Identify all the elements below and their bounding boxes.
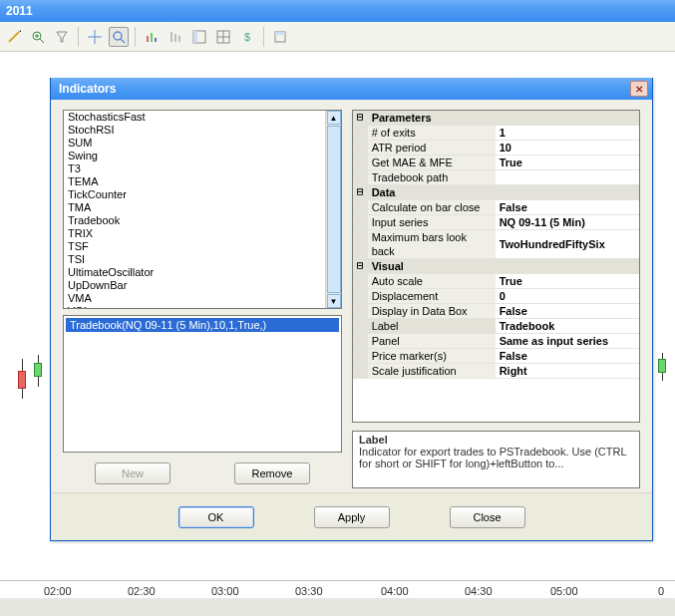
description-title: Label xyxy=(359,434,633,446)
property-value[interactable]: False xyxy=(496,200,639,215)
property-grid[interactable]: ⊟Parameters# of exits1ATR period10Get MA… xyxy=(352,110,640,423)
property-row[interactable]: Auto scaleTrue xyxy=(353,274,639,289)
property-row[interactable]: ATR period10 xyxy=(353,141,639,155)
xaxis-tick: 03:00 xyxy=(211,585,239,597)
xaxis-tick: 05:00 xyxy=(550,585,578,597)
list-item[interactable]: TRIX xyxy=(64,227,341,240)
scroll-down-icon[interactable]: ▼ xyxy=(327,294,341,308)
property-row[interactable]: Get MAE & MFETrue xyxy=(353,155,639,170)
list-item[interactable]: VOL xyxy=(64,305,341,309)
property-section[interactable]: ⊟Visual xyxy=(353,259,639,274)
property-key: Auto scale xyxy=(368,274,496,289)
property-row[interactable]: # of exits1 xyxy=(353,126,639,141)
property-row[interactable]: Input seriesNQ 09-11 (5 Min) xyxy=(353,215,639,230)
chart-type-icon[interactable] xyxy=(142,27,162,47)
scroll-up-icon[interactable]: ▲ xyxy=(327,111,341,125)
svg-rect-11 xyxy=(147,36,149,42)
list-item[interactable]: UltimateOscillator xyxy=(64,266,341,279)
property-row[interactable]: Tradebook path xyxy=(353,170,639,185)
property-row[interactable]: Scale justificationRight xyxy=(353,364,639,379)
applied-indicator-item[interactable]: Tradebook(NQ 09-11 (5 Min),10,1,True,) xyxy=(66,318,339,332)
app-title: 2011 xyxy=(6,4,33,18)
property-row[interactable]: PanelSame as input series xyxy=(353,334,639,349)
property-key: Scale justification xyxy=(368,364,496,379)
property-row[interactable]: Maximum bars look backTwoHundredFiftySix xyxy=(353,230,639,259)
xaxis-tick: 03:30 xyxy=(295,585,323,597)
indicator-list[interactable]: StochasticsFastStochRSISUMSwingT3TEMATic… xyxy=(63,110,342,309)
xaxis-tick: 04:30 xyxy=(465,585,493,597)
chart-grid-icon[interactable] xyxy=(213,27,233,47)
xaxis-tick: 02:00 xyxy=(44,585,72,597)
property-key: ATR period xyxy=(368,141,496,155)
pencil-icon[interactable] xyxy=(4,27,24,47)
property-value[interactable]: 0 xyxy=(496,289,639,304)
list-item[interactable]: UpDownBar xyxy=(64,279,341,292)
svg-text:$: $ xyxy=(244,31,250,43)
xaxis-tick: 02:30 xyxy=(128,585,156,597)
svg-rect-13 xyxy=(155,38,157,42)
property-section[interactable]: ⊟Parameters xyxy=(353,111,639,126)
chart-sidebar-icon[interactable] xyxy=(189,27,209,47)
property-value[interactable]: Right xyxy=(496,364,639,379)
dialog-right-column: ⊟Parameters# of exits1ATR period10Get MA… xyxy=(352,110,640,488)
list-item[interactable]: TSF xyxy=(64,240,341,253)
property-value[interactable]: 10 xyxy=(496,141,639,155)
list-item[interactable]: StochasticsFast xyxy=(64,111,341,124)
property-row[interactable]: Calculate on bar closeFalse xyxy=(353,200,639,215)
x-axis-shade xyxy=(0,598,675,616)
plus-magnifier-icon[interactable] xyxy=(28,27,48,47)
chart-bars-icon[interactable] xyxy=(166,27,185,47)
property-value[interactable]: Tradebook xyxy=(496,319,639,334)
property-row[interactable]: Display in Data BoxFalse xyxy=(353,304,639,319)
property-row[interactable]: LabelTradebook xyxy=(353,319,639,334)
scrollbar[interactable]: ▲ ▼ xyxy=(325,111,341,308)
apply-button[interactable]: Apply xyxy=(314,506,390,528)
property-key: Input series xyxy=(368,215,496,230)
window-icon[interactable] xyxy=(270,27,290,47)
svg-marker-6 xyxy=(57,32,67,42)
list-item[interactable]: StochRSI xyxy=(64,124,341,137)
list-item[interactable]: SUM xyxy=(64,137,341,150)
svg-line-0 xyxy=(9,32,19,42)
close-icon[interactable]: ✕ xyxy=(630,81,648,97)
close-button[interactable]: Close xyxy=(450,506,525,528)
property-row[interactable]: Price marker(s)False xyxy=(353,349,639,364)
property-value[interactable]: TwoHundredFiftySix xyxy=(496,230,639,259)
svg-point-9 xyxy=(114,32,122,40)
toolbar-separator xyxy=(135,27,136,47)
svg-line-3 xyxy=(40,39,44,43)
list-item[interactable]: TickCounter xyxy=(64,188,341,201)
property-key: Calculate on bar close xyxy=(368,200,496,215)
list-item[interactable]: T3 xyxy=(64,162,341,175)
dollar-icon[interactable]: $ xyxy=(237,27,257,47)
property-value[interactable]: True xyxy=(496,155,639,170)
property-section[interactable]: ⊟Data xyxy=(353,185,639,200)
list-item[interactable]: TEMA xyxy=(64,175,341,188)
new-button[interactable]: New xyxy=(95,462,170,484)
list-item[interactable]: Swing xyxy=(64,150,341,162)
dialog-titlebar[interactable]: Indicators ✕ xyxy=(51,78,652,100)
svg-line-10 xyxy=(121,39,125,43)
list-item[interactable]: TSI xyxy=(64,253,341,266)
magnifier-icon[interactable] xyxy=(109,27,129,47)
remove-button[interactable]: Remove xyxy=(234,462,310,484)
scroll-thumb[interactable] xyxy=(327,126,341,293)
list-item[interactable]: VMA xyxy=(64,292,341,305)
crosshair-icon[interactable] xyxy=(85,27,105,47)
property-value[interactable]: False xyxy=(496,349,639,364)
property-description: Label Indicator for export trades to PST… xyxy=(352,431,640,488)
property-value[interactable]: True xyxy=(496,274,639,289)
list-item[interactable]: TMA xyxy=(64,201,341,214)
applied-indicators-list[interactable]: Tradebook(NQ 09-11 (5 Min),10,1,True,) xyxy=(63,315,342,453)
list-item[interactable]: Tradebook xyxy=(64,214,341,227)
funnel-icon[interactable] xyxy=(52,27,72,47)
ok-button[interactable]: OK xyxy=(178,506,254,528)
property-row[interactable]: Displacement0 xyxy=(353,289,639,304)
property-value[interactable]: False xyxy=(496,304,639,319)
property-value[interactable]: 1 xyxy=(496,126,639,141)
property-key: Display in Data Box xyxy=(368,304,496,319)
property-value[interactable]: Same as input series xyxy=(496,334,639,349)
property-value[interactable]: NQ 09-11 (5 Min) xyxy=(496,215,639,230)
property-value[interactable] xyxy=(496,170,639,185)
x-axis: 02:00 02:30 03:00 03:30 04:00 04:30 05:0… xyxy=(0,580,675,616)
